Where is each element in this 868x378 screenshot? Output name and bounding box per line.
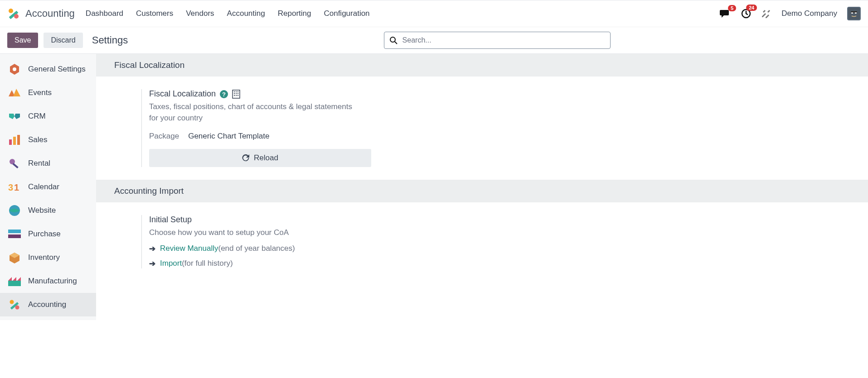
svg-rect-16 [12,163,18,168]
sidebar-item-label: Manufacturing [28,277,77,286]
svg-marker-26 [13,277,16,281]
sidebar-item-label: Rental [28,159,50,168]
accounting-app-icon [7,7,20,20]
sidebar-item-crm[interactable]: CRM [0,105,96,128]
svg-rect-38 [236,93,237,94]
reload-label: Reload [254,153,278,163]
refresh-icon [242,154,249,162]
events-icon [8,86,21,99]
section-body-fiscal: Fiscal Localization ? Taxes, fiscal posi… [96,77,868,180]
svg-rect-20 [8,230,21,233]
svg-rect-34 [234,91,235,92]
key-icon [8,157,21,170]
sidebar-item-manufacturing[interactable]: Manufacturing [0,269,96,293]
search-wrapper [384,32,611,49]
reload-button[interactable]: Reload [149,149,371,167]
svg-point-11 [13,67,16,71]
sidebar-item-events[interactable]: Events [0,81,96,105]
review-manually-row: ➔ Review Manually(end of year balances) [149,244,413,254]
sidebar-item-label: Inventory [28,253,60,262]
help-icon[interactable]: ? [219,90,228,99]
sidebar-item-rental[interactable]: Rental [0,152,96,175]
svg-rect-4 [848,8,860,19]
sidebar-item-sales[interactable]: Sales [0,128,96,152]
nav-customers[interactable]: Customers [136,9,173,18]
arrow-right-icon: ➔ [149,244,155,254]
package-label: Package [149,132,179,141]
brand: Accounting [7,7,75,20]
page-title: Settings [92,34,128,46]
svg-rect-13 [13,137,16,145]
sidebar-item-label: Sales [28,135,48,144]
svg-rect-35 [236,91,237,92]
import-link[interactable]: Import [160,259,182,268]
sidebar-item-purchase[interactable]: Purchase [0,222,96,246]
svg-rect-36 [238,91,238,92]
sidebar-item-calendar[interactable]: 31 Calendar [0,175,96,199]
settings-sidebar: General Settings Events CRM Sales Rental… [0,54,96,320]
sidebar-item-label: Accounting [28,300,66,309]
gear-icon [8,63,21,76]
discard-button[interactable]: Discard [44,33,82,48]
tools-icon [761,9,771,19]
nav-configuration[interactable]: Configuration [324,9,369,18]
control-row: Save Discard Settings [0,27,868,53]
sidebar-item-label: Website [28,206,56,215]
sidebar-item-label: Events [28,88,52,97]
search-input[interactable] [384,32,611,49]
svg-point-28 [10,300,14,304]
section-header-fiscal: Fiscal Localization [96,54,868,77]
svg-point-8 [390,37,395,42]
svg-rect-7 [851,11,857,13]
review-manually-link[interactable]: Review Manually [160,244,218,253]
svg-text:3: 3 [8,182,13,192]
svg-rect-24 [8,281,21,286]
svg-text:?: ? [222,91,226,98]
svg-rect-14 [17,135,20,145]
nav-reporting[interactable]: Reporting [278,9,311,18]
svg-text:1: 1 [14,182,19,192]
import-row: ➔ Import(for full history) [149,259,413,268]
settings-content: Fiscal Localization Fiscal Localization … [96,54,868,320]
sidebar-item-general-settings[interactable]: General Settings [0,57,96,81]
sidebar-item-accounting[interactable]: Accounting [0,293,96,316]
svg-rect-40 [234,95,235,96]
activities-button[interactable]: 24 [741,8,752,19]
svg-point-2 [14,14,19,19]
svg-line-9 [395,42,397,44]
sidebar-item-label: Calendar [28,182,59,191]
top-navbar: Accounting Dashboard Customers Vendors A… [0,0,868,27]
user-avatar[interactable] [847,7,861,20]
arrow-right-icon: ➔ [149,259,155,268]
save-button[interactable]: Save [7,33,38,48]
fiscal-localization-setting: Fiscal Localization ? Taxes, fiscal posi… [141,89,413,167]
nav-dashboard[interactable]: Dashboard [86,9,123,18]
sidebar-item-label: CRM [28,112,46,121]
tools-button[interactable] [761,9,771,19]
messages-badge: 5 [728,5,736,11]
package-value[interactable]: Generic Chart Template [188,132,269,141]
calendar-icon: 31 [8,181,21,193]
svg-marker-27 [17,277,21,281]
review-paren: (end of year balances) [218,244,295,253]
building-icon [232,90,240,99]
topbar-right: 5 24 Demo Company [720,7,861,20]
nav-accounting[interactable]: Accounting [227,9,265,18]
nav-vendors[interactable]: Vendors [186,9,214,18]
handshake-icon [8,110,21,123]
initial-setup-setting: Initial Setup Choose how you want to set… [141,215,413,268]
accounting-icon [8,298,21,311]
svg-point-0 [9,9,13,13]
svg-marker-25 [8,277,12,281]
company-name[interactable]: Demo Company [781,9,837,18]
svg-rect-37 [234,93,235,94]
messages-button[interactable]: 5 [720,9,731,19]
activities-badge: 24 [746,5,757,11]
svg-rect-12 [9,139,12,145]
setting-title: Fiscal Localization [149,89,216,99]
purchase-icon [8,228,21,240]
svg-rect-21 [8,234,21,238]
sidebar-item-inventory[interactable]: Inventory [0,246,96,269]
sidebar-item-website[interactable]: Website [0,199,96,222]
factory-icon [8,275,21,287]
